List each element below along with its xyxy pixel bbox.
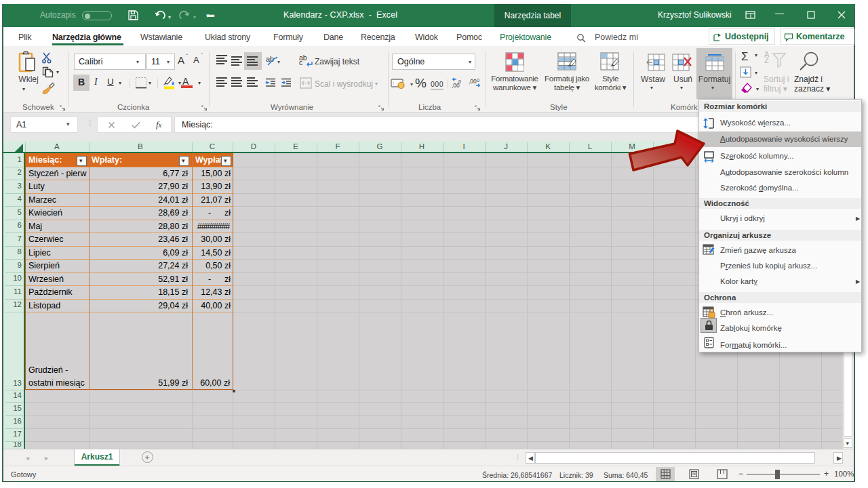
svg-text:,00: ,00 [469, 78, 477, 85]
svg-text:0: 0 [477, 78, 479, 83]
svg-text:0: 0 [458, 79, 461, 84]
